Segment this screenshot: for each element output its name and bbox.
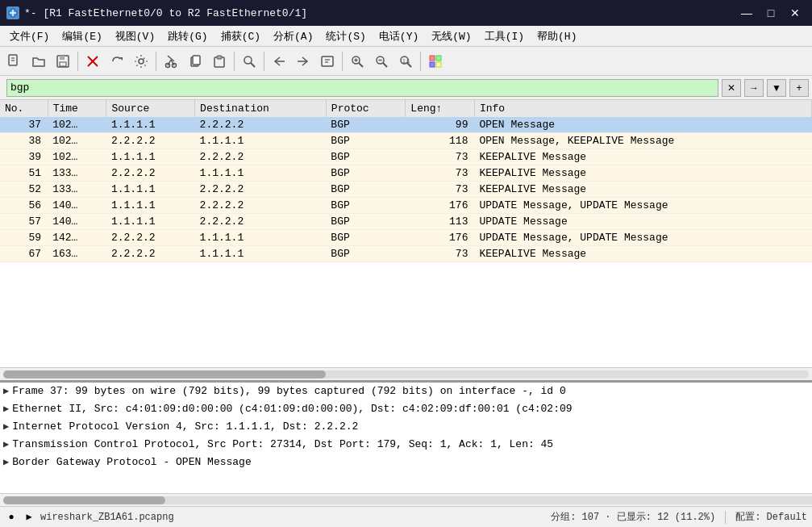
menu-jump[interactable]: 跳转(G) [161,27,214,45]
find-btn[interactable] [238,50,260,73]
svg-point-22 [244,56,252,64]
coloring-btn[interactable] [424,50,447,73]
toolbar-sep-2 [156,52,156,71]
detail-row[interactable]: ▶Transmission Control Protocol, Src Port… [0,436,812,454]
cell-no: 59 [0,230,48,246]
filter-add-btn[interactable]: + [789,79,809,97]
svg-line-32 [359,63,363,67]
cell-dst: 1.1.1.1 [195,133,327,149]
cell-dst: 2.2.2.2 [195,214,327,230]
filter-dropdown-btn[interactable]: ▼ [767,79,786,97]
table-row[interactable]: 52 133… 1.1.1.1 2.2.2.2 BGP 73 KEEPALIVE… [0,182,812,198]
filter-apply-btn[interactable]: → [744,79,764,97]
filter-input[interactable] [6,79,718,97]
table-row[interactable]: 57 140… 1.1.1.1 2.2.2.2 BGP 113 UPDATE M… [0,214,812,230]
cell-info: UPDATE Message, UPDATE Message [474,198,811,214]
cell-time: 102… [48,149,106,165]
status-icon-2: ▶ [23,511,35,524]
menu-view[interactable]: 视图(V) [109,27,161,45]
menu-capture[interactable]: 捕获(C) [214,27,267,45]
menu-wireless[interactable]: 无线(W) [425,27,477,45]
table-row[interactable]: 59 142… 2.2.2.2 1.1.1.1 BGP 176 UPDATE M… [0,230,812,246]
table-row[interactable]: 38 102… 2.2.2.2 1.1.1.1 BGP 118 OPEN Mes… [0,133,812,149]
toolbar-sep-1 [77,52,78,71]
detail-row[interactable]: ▶Ethernet II, Src: c4:01:09:d0:00:00 (c4… [0,400,812,418]
status-icon-1: ● [5,511,18,524]
detail-row[interactable]: ▶Frame 37: 99 bytes on wire (792 bits), … [0,383,812,400]
close-button[interactable]: ✕ [785,5,806,21]
cut-btn[interactable] [160,50,182,73]
cell-no: 37 [0,117,48,133]
menu-tools[interactable]: 工具(I) [478,27,531,45]
cell-time: 142… [48,230,106,246]
cell-info: OPEN Message, KEEPALIVE Message [474,133,811,149]
cell-len: 73 [406,246,475,262]
detail-row[interactable]: ▶Border Gateway Protocol - OPEN Message [0,454,812,471]
menu-analyze[interactable]: 分析(A) [267,27,319,45]
detail-arrow-1: ▶ [3,401,9,417]
cell-proto: BGP [326,149,405,165]
table-row[interactable]: 37 102… 1.1.1.1 2.2.2.2 BGP 99 OPEN Mess… [0,117,812,133]
title-bar-left: *- [R1 FastEthernet0/0 to R2 FastEtherne… [6,6,307,19]
menu-bar: 文件(F) 编辑(E) 视图(V) 跳转(G) 捕获(C) 分析(A) 统计(S… [0,26,812,47]
cell-proto: BGP [326,246,405,262]
table-row[interactable]: 51 133… 2.2.2.2 1.1.1.1 BGP 73 KEEPALIVE… [0,165,812,182]
horizontal-scrollbar[interactable] [0,367,812,380]
cell-no: 57 [0,214,48,230]
menu-help[interactable]: 帮助(H) [531,27,583,45]
filter-clear-btn[interactable]: ✕ [722,79,741,97]
cell-no: 38 [0,133,48,149]
window-title: *- [R1 FastEthernet0/0 to R2 FastEtherne… [24,7,307,19]
cell-info: KEEPALIVE Message [474,246,811,262]
cell-proto: BGP [326,117,405,133]
app-icon [6,6,19,19]
table-row[interactable]: 39 102… 1.1.1.1 2.2.2.2 BGP 73 KEEPALIVE… [0,149,812,165]
back-btn[interactable] [268,50,290,73]
menu-stats[interactable]: 统计(S) [319,27,372,45]
cell-len: 176 [406,198,475,214]
cell-src: 1.1.1.1 [106,214,195,230]
zoom-reset-btn[interactable]: 1:1 [394,50,417,73]
cell-time: 133… [48,165,106,182]
table-row[interactable]: 67 163… 2.2.2.2 1.1.1.1 BGP 73 KEEPALIVE… [0,246,812,262]
svg-line-35 [383,63,387,67]
fwd-btn[interactable] [292,50,314,73]
goto-btn[interactable] [316,50,339,73]
paste-btn[interactable] [208,50,231,73]
bottom-scrollbar[interactable] [0,493,812,506]
prefs-btn[interactable] [130,50,152,73]
save-btn[interactable] [52,50,74,73]
col-time: Time [48,100,106,117]
svg-rect-39 [430,56,435,61]
packet-table-wrapper[interactable]: No. Time Source Destination Protoc Leng↑… [0,100,812,367]
cell-time: 102… [48,117,106,133]
detail-arrow-3: ▶ [3,437,9,453]
cell-src: 1.1.1.1 [106,198,195,214]
col-length: Leng↑ [406,100,475,117]
col-protocol: Protoc [326,100,405,117]
window-controls[interactable]: — □ ✕ [736,5,806,21]
menu-phone[interactable]: 电话(Y) [373,27,425,45]
cell-src: 2.2.2.2 [106,230,195,246]
status-filename: wireshark_ZB1A61.pcapng [40,512,174,523]
cell-info: UPDATE Message [474,214,811,230]
close-capture-btn[interactable] [81,50,104,73]
status-profile: 配置: Default [735,510,807,524]
cell-no: 39 [0,149,48,165]
copy-btn[interactable] [184,50,206,73]
reload-btn[interactable] [106,50,128,73]
zoom-in-btn[interactable] [346,50,369,73]
new-btn[interactable] [3,50,26,73]
menu-edit[interactable]: 编辑(E) [56,27,108,45]
menu-file[interactable]: 文件(F) [3,27,56,45]
cell-dst: 1.1.1.1 [195,165,327,182]
minimize-button[interactable]: — [736,5,757,21]
cell-len: 73 [406,182,475,198]
zoom-out-btn[interactable] [370,50,393,73]
maximize-button[interactable]: □ [760,5,781,21]
table-row[interactable]: 56 140… 1.1.1.1 2.2.2.2 BGP 176 UPDATE M… [0,198,812,214]
cell-dst: 2.2.2.2 [195,182,327,198]
detail-row[interactable]: ▶Internet Protocol Version 4, Src: 1.1.1… [0,418,812,436]
open-btn[interactable] [27,50,50,73]
cell-time: 133… [48,182,106,198]
